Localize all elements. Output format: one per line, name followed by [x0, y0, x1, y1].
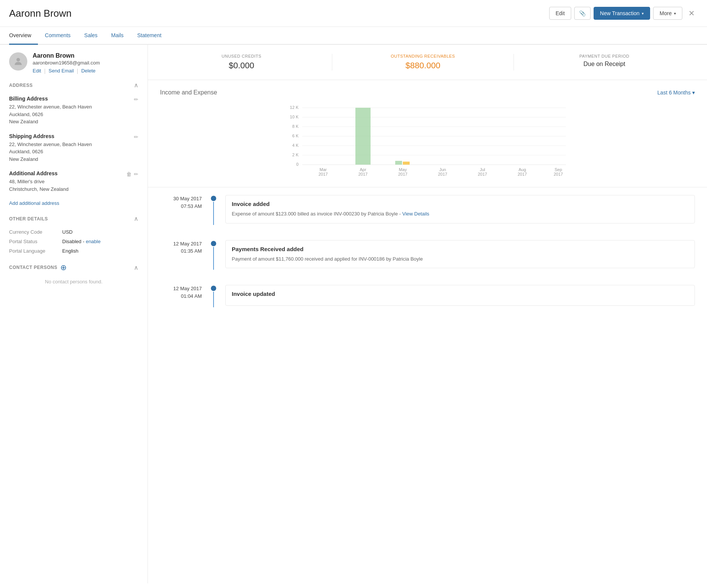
timeline-section: 30 May 2017 07:53 AM Invoice added Expen…: [148, 187, 707, 315]
timeline-date-1: 30 May 2017 07:53 AM: [160, 195, 202, 225]
avatar: [9, 52, 27, 71]
tab-mails[interactable]: Mails: [104, 27, 130, 45]
timeline-date-2: 12 May 2017 01:35 AM: [160, 240, 202, 270]
page-header: Aaronn Brown Edit 📎 New Transaction ▾ Mo…: [0, 0, 707, 27]
tab-sales[interactable]: Sales: [77, 27, 104, 45]
payment-due-period-value: Due on Receipt: [523, 61, 686, 68]
main-content: UNUSED CREDITS $0.000 OUTSTANDING RECEIV…: [148, 45, 707, 583]
timeline-card-title-3: Invoice updated: [232, 291, 688, 297]
main-layout: Aaronn Brown aaronbrown19658@gmail.com E…: [0, 45, 707, 583]
contact-quick-actions: Edit | Send Email | Delete: [33, 68, 100, 74]
page-title: Aaronn Brown: [9, 8, 72, 19]
contact-email: aaronbrown19658@gmail.com: [33, 60, 100, 66]
other-details-collapse-toggle[interactable]: ∧: [134, 215, 138, 222]
tab-statement[interactable]: Statement: [130, 27, 168, 45]
svg-text:10 K: 10 K: [290, 115, 299, 119]
address-section-header: ADDRESS ∧: [9, 82, 138, 91]
add-contact-person-icon[interactable]: ⊕: [60, 263, 67, 272]
contact-persons-collapse-toggle[interactable]: ∧: [134, 264, 138, 271]
chart-title: Income and Expense: [160, 89, 217, 96]
new-transaction-label: New Transaction: [600, 10, 639, 16]
payment-due-period-stat: PAYMENT DUE PERIOD Due on Receipt: [514, 54, 695, 71]
svg-point-0: [16, 58, 20, 61]
outstanding-receivables-value: $880.000: [341, 61, 504, 71]
tab-comments[interactable]: Comments: [38, 27, 77, 45]
tabs-bar: Overview Comments Sales Mails Statement: [0, 27, 707, 45]
shipping-address-block: Shipping Address 22, Winchester avenue, …: [9, 133, 138, 163]
close-button[interactable]: ✕: [685, 7, 698, 19]
shipping-edit-icon[interactable]: ✏: [134, 134, 138, 140]
timeline-card-body-1: Expense of amount $123.000 billed as inv…: [232, 210, 688, 218]
address-section-title: ADDRESS: [9, 83, 33, 88]
svg-text:0: 0: [296, 162, 299, 167]
timeline-item-2: 12 May 2017 01:35 AM Payments Received a…: [160, 233, 695, 278]
stats-bar: UNUSED CREDITS $0.000 OUTSTANDING RECEIV…: [148, 45, 707, 80]
portal-status-row: Portal Status Disabled - enable: [9, 239, 138, 244]
add-address-link[interactable]: Add additional address: [9, 200, 138, 206]
svg-text:May: May: [399, 167, 407, 172]
contact-send-email-link[interactable]: Send Email: [49, 68, 74, 74]
timeline-connector-1: [211, 195, 216, 225]
address-collapse-toggle[interactable]: ∧: [134, 82, 138, 89]
portal-status-value: Disabled - enable: [62, 239, 101, 244]
svg-text:Apr: Apr: [360, 167, 366, 172]
contact-name: Aaronn Brown: [33, 52, 100, 59]
user-icon: [13, 56, 24, 67]
portal-language-label: Portal Language: [9, 248, 55, 254]
additional-address-block: Additional Address 48, Miller's drive Ch…: [9, 170, 138, 193]
svg-text:Jun: Jun: [439, 167, 446, 172]
income-expense-chart: 12 K 10 K 8 K 6 K 4 K 2 K 0: [160, 102, 695, 178]
svg-rect-17: [403, 162, 410, 165]
outstanding-receivables-label: OUTSTANDING RECEIVABLES: [341, 54, 504, 58]
portal-enable-link[interactable]: enable: [86, 239, 101, 244]
more-button[interactable]: More ▾: [653, 7, 682, 20]
svg-text:2017: 2017: [518, 172, 527, 176]
tab-overview[interactable]: Overview: [9, 27, 38, 45]
chart-filter-label: Last 6 Months: [657, 90, 691, 96]
sidebar: Aaronn Brown aaronbrown19658@gmail.com E…: [0, 45, 148, 583]
timeline-line-3: [213, 292, 214, 307]
svg-text:12 K: 12 K: [290, 105, 299, 110]
svg-text:2 K: 2 K: [292, 153, 299, 157]
chart-filter-dropdown[interactable]: Last 6 Months ▾: [657, 90, 695, 96]
timeline-card-body-2: Payment of amount $11,760.000 received a…: [232, 255, 688, 263]
chart-section: Income and Expense Last 6 Months ▾ 12 K …: [148, 80, 707, 187]
svg-text:2017: 2017: [319, 172, 328, 176]
billing-edit-icon[interactable]: ✏: [134, 96, 138, 102]
svg-text:8 K: 8 K: [292, 124, 299, 129]
contact-persons-section-title: CONTACT PERSONS: [9, 265, 57, 270]
contact-delete-link[interactable]: Delete: [81, 68, 96, 74]
view-details-link-1[interactable]: View Details: [402, 211, 429, 217]
additional-address-label: Additional Address: [9, 170, 69, 176]
contact-edit-link[interactable]: Edit: [33, 68, 41, 74]
additional-edit-icon[interactable]: ✏: [134, 171, 138, 177]
currency-code-row: Currency Code USD: [9, 229, 138, 235]
svg-text:2017: 2017: [438, 172, 447, 176]
additional-delete-icon[interactable]: 🗑: [126, 171, 132, 177]
new-transaction-button[interactable]: New Transaction ▾: [594, 7, 650, 20]
edit-button[interactable]: Edit: [549, 7, 571, 20]
timeline-card-2: Payments Received added Payment of amoun…: [225, 240, 695, 269]
unused-credits-stat: UNUSED CREDITS $0.000: [160, 54, 332, 71]
additional-address-text: 48, Miller's drive Christchurch, New Zea…: [9, 178, 69, 193]
chart-header: Income and Expense Last 6 Months ▾: [160, 89, 695, 96]
payment-due-period-label: PAYMENT DUE PERIOD: [523, 54, 686, 58]
unused-credits-value: $0.000: [160, 61, 323, 71]
portal-status-label: Portal Status: [9, 239, 55, 244]
billing-address-label: Billing Address: [9, 96, 92, 102]
timeline-dot-2: [211, 241, 216, 246]
svg-text:Mar: Mar: [320, 167, 327, 172]
svg-text:2017: 2017: [478, 172, 487, 176]
attachment-button[interactable]: 📎: [574, 7, 591, 20]
chart-svg: 12 K 10 K 8 K 6 K 4 K 2 K 0: [160, 102, 695, 178]
timeline-dot-1: [211, 196, 216, 201]
svg-text:Jul: Jul: [480, 167, 485, 172]
unused-credits-label: UNUSED CREDITS: [160, 54, 323, 58]
timeline-connector-3: [211, 285, 216, 307]
timeline-item-3: 12 May 2017 01:04 AM Invoice updated: [160, 277, 695, 315]
timeline-card-1: Invoice added Expense of amount $123.000…: [225, 195, 695, 223]
contact-header: Aaronn Brown aaronbrown19658@gmail.com E…: [9, 52, 138, 74]
paperclip-icon: 📎: [579, 10, 586, 16]
chevron-down-icon: ▾: [692, 90, 695, 96]
no-contact-persons-text: No contact persons found.: [9, 279, 138, 285]
